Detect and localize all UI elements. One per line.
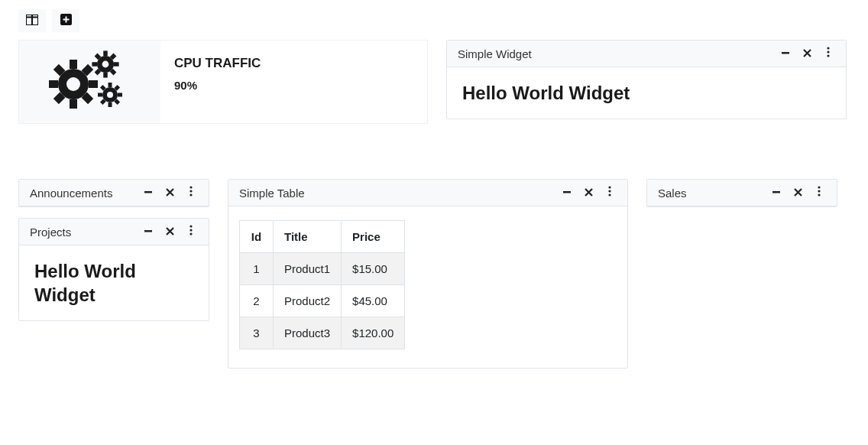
svg-point-49: [608, 186, 611, 188]
svg-rect-10: [49, 80, 58, 88]
close-button[interactable]: [800, 47, 814, 60]
svg-point-47: [189, 232, 192, 235]
table-row: 3 Product3 $120.00: [240, 317, 405, 349]
card-title: Projects: [30, 226, 71, 239]
table-row: 1 Product1 $15.00: [240, 253, 405, 285]
close-icon: [794, 186, 802, 200]
svg-point-55: [818, 193, 820, 196]
simple-widget-card: Simple Widget: [446, 40, 847, 119]
svg-rect-19: [103, 73, 108, 78]
minus-icon: [772, 186, 781, 200]
card-title: Announcements: [30, 187, 112, 200]
cell-id: 2: [240, 285, 274, 317]
cell-title: Product1: [274, 253, 342, 285]
cell-price: $15.00: [342, 253, 405, 285]
table-header-price: Price: [342, 221, 405, 253]
svg-point-17: [102, 61, 108, 68]
close-button[interactable]: [791, 186, 805, 200]
menu-button[interactable]: [184, 225, 198, 239]
close-icon: [585, 186, 593, 200]
svg-rect-8: [70, 60, 77, 69]
svg-point-42: [189, 190, 192, 192]
svg-point-45: [189, 225, 192, 227]
svg-rect-31: [118, 93, 122, 97]
svg-rect-21: [114, 62, 119, 67]
svg-rect-20: [92, 62, 97, 67]
plus-square-icon: [60, 14, 72, 28]
gears-icon: [19, 41, 160, 123]
svg-rect-52: [772, 191, 780, 193]
card-title: Simple Table: [239, 187, 305, 200]
minimize-button[interactable]: [769, 186, 783, 200]
cell-price: $45.00: [342, 285, 405, 317]
close-icon: [166, 186, 174, 200]
dots-vertical-icon: [818, 186, 821, 200]
svg-rect-29: [108, 102, 112, 107]
cell-id: 3: [240, 317, 274, 349]
close-button[interactable]: [163, 225, 177, 239]
close-button[interactable]: [163, 186, 177, 200]
card-title: Sales: [658, 187, 687, 200]
info-box-value: 90%: [174, 79, 413, 92]
svg-rect-28: [108, 83, 112, 87]
svg-point-38: [827, 50, 829, 53]
minus-icon: [144, 186, 153, 200]
table-header-id: Id: [240, 221, 274, 253]
svg-point-54: [818, 190, 820, 192]
close-icon: [166, 225, 174, 239]
svg-rect-36: [782, 52, 789, 54]
minus-icon: [562, 186, 572, 200]
svg-rect-44: [144, 230, 152, 232]
svg-rect-9: [70, 99, 77, 109]
minus-icon: [781, 47, 790, 60]
minimize-button[interactable]: [560, 186, 574, 200]
menu-button[interactable]: [184, 186, 198, 200]
info-box-title: CPU TRAFFIC: [174, 56, 413, 71]
cell-title: Product2: [274, 285, 342, 317]
close-icon: [803, 47, 811, 60]
svg-rect-18: [103, 50, 108, 56]
svg-point-43: [189, 193, 192, 196]
widget-content: Hello World Widget: [462, 81, 831, 105]
sales-card: Sales: [646, 179, 837, 207]
menu-button[interactable]: [603, 186, 617, 200]
minus-icon: [144, 225, 153, 239]
svg-point-51: [608, 193, 611, 196]
svg-point-27: [107, 92, 113, 98]
svg-rect-48: [563, 191, 571, 193]
svg-point-46: [189, 229, 192, 231]
simple-table-card: Simple Table Id Title Pric: [228, 179, 628, 369]
toolbar: [18, 9, 850, 32]
cell-price: $120.00: [342, 317, 405, 349]
layout-button[interactable]: [18, 9, 46, 32]
dots-vertical-icon: [189, 225, 193, 239]
announcements-card: Announcements: [18, 179, 209, 207]
dots-vertical-icon: [608, 186, 611, 200]
products-table: Id Title Price 1 Product1 $15.00 2 Produ…: [239, 220, 405, 349]
cell-title: Product3: [274, 317, 342, 349]
menu-button[interactable]: [812, 186, 826, 200]
minimize-button[interactable]: [141, 186, 155, 200]
svg-rect-40: [144, 191, 152, 193]
cpu-traffic-box: CPU TRAFFIC 90%: [18, 40, 428, 124]
projects-card: Projects Hello World Widget: [18, 218, 209, 321]
dots-vertical-icon: [189, 186, 193, 200]
add-button[interactable]: [52, 9, 79, 32]
dots-vertical-icon: [827, 47, 830, 60]
menu-button[interactable]: [821, 47, 835, 60]
svg-rect-11: [89, 80, 98, 88]
table-row: 2 Product2 $45.00: [240, 285, 405, 317]
minimize-button[interactable]: [779, 47, 792, 60]
svg-point-37: [827, 47, 829, 49]
svg-point-53: [818, 186, 820, 188]
close-button[interactable]: [581, 186, 595, 200]
svg-point-50: [608, 190, 611, 192]
svg-point-41: [189, 186, 192, 188]
svg-point-39: [827, 54, 829, 57]
svg-point-7: [66, 77, 80, 91]
columns-icon: [26, 15, 38, 28]
minimize-button[interactable]: [141, 225, 155, 239]
svg-rect-30: [98, 93, 102, 97]
widget-content: Hello World Widget: [34, 259, 193, 307]
card-title: Simple Widget: [458, 47, 532, 60]
